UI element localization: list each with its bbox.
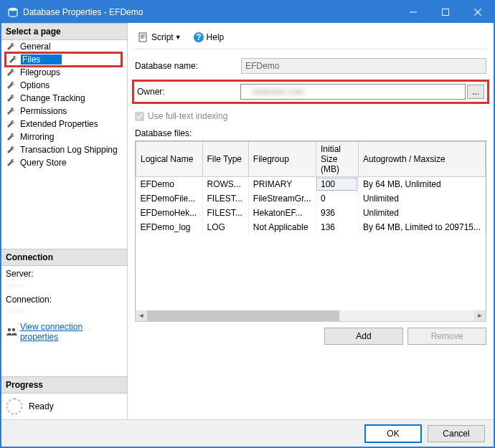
fulltext-label: Use full-text indexing: [148, 111, 227, 121]
wrench-icon: [6, 132, 16, 142]
wrench-icon: [6, 67, 16, 77]
spinner-icon: [6, 398, 23, 415]
svg-point-6: [12, 328, 15, 331]
grid-row[interactable]: EFDemoHek...FILEST...HekatonEF...936Unli…: [136, 206, 486, 220]
wrench-icon: [6, 93, 16, 103]
owner-label: Owner:: [137, 87, 240, 97]
files-highlight: Files: [4, 52, 123, 67]
connection-header: Connection: [1, 249, 127, 266]
svg-text:?: ?: [196, 32, 201, 42]
app-icon: [7, 6, 19, 18]
titlebar: Database Properties - EFDemo: [1, 1, 494, 23]
fulltext-checkbox: [135, 112, 144, 121]
toolbar: Script ▼ ? Help: [135, 27, 486, 49]
grid-h-scrollbar[interactable]: ◄ ►: [135, 310, 486, 322]
wrench-icon: [6, 80, 16, 90]
dbname-row: Database name: EFDemo: [135, 58, 486, 74]
help-button[interactable]: ? Help: [190, 30, 227, 44]
connection-label: Connection:: [6, 295, 123, 305]
sidebar: Select a page General Files Filegroups O…: [1, 23, 128, 419]
dialog-footer: OK Cancel: [1, 419, 494, 447]
script-icon: [138, 32, 149, 43]
progress-status: Ready: [29, 401, 54, 411]
pages-list: General Files Filegroups Options Change …: [1, 40, 127, 169]
ok-button[interactable]: OK: [364, 424, 422, 443]
server-value: ········: [6, 280, 123, 290]
scroll-right-icon[interactable]: ►: [474, 310, 486, 321]
progress-header: Progress: [1, 376, 127, 394]
minimize-button[interactable]: [397, 1, 429, 23]
connection-panel: Server: ········ Connection: ········ Vi…: [1, 266, 127, 345]
dbname-field: EFDemo: [241, 58, 486, 74]
owner-highlight: Owner: redacted user ...: [132, 80, 489, 104]
help-icon: ?: [193, 32, 204, 43]
svg-rect-7: [139, 33, 146, 42]
wrench-icon: [6, 42, 16, 52]
people-icon: [6, 326, 17, 338]
files-label: Database files:: [135, 128, 486, 138]
files-grid[interactable]: Logical Name File Type Filegroup Initial…: [135, 140, 486, 311]
wrench-icon: [8, 54, 18, 65]
script-button[interactable]: Script ▼: [135, 30, 184, 44]
owner-browse-button[interactable]: ...: [467, 85, 484, 99]
dbname-label: Database name:: [135, 61, 241, 71]
close-button[interactable]: [461, 1, 494, 23]
page-options[interactable]: Options: [1, 79, 127, 92]
maximize-button[interactable]: [429, 1, 461, 23]
dropdown-icon: ▼: [175, 34, 182, 41]
page-filegroups[interactable]: Filegroups: [1, 66, 127, 79]
page-files[interactable]: Files: [6, 54, 121, 65]
svg-point-5: [8, 328, 11, 331]
scroll-thumb[interactable]: [147, 310, 339, 321]
owner-field[interactable]: [240, 84, 466, 100]
page-extended-properties[interactable]: Extended Properties: [1, 118, 127, 130]
view-connection-link[interactable]: View connection properties: [20, 322, 123, 342]
wrench-icon: [6, 106, 16, 116]
page-transaction-log-shipping[interactable]: Transaction Log Shipping: [1, 143, 127, 156]
wrench-icon: [6, 158, 16, 168]
page-mirroring[interactable]: Mirroring: [1, 130, 127, 143]
remove-button: Remove: [407, 328, 486, 345]
progress-panel: Ready: [1, 394, 127, 419]
grid-row[interactable]: EFDemo_logLOGNot Applicable136By 64 MB, …: [136, 220, 486, 234]
svg-point-0: [9, 8, 17, 11]
add-button[interactable]: Add: [324, 328, 403, 345]
page-permissions[interactable]: Permissions: [1, 105, 127, 118]
wrench-icon: [6, 119, 16, 129]
connection-value: ········: [6, 306, 123, 316]
select-page-header: Select a page: [1, 23, 127, 40]
fulltext-row: Use full-text indexing: [135, 111, 486, 121]
page-query-store[interactable]: Query Store: [1, 156, 127, 169]
grid-header-row: Logical Name File Type Filegroup Initial…: [136, 142, 486, 177]
cancel-button[interactable]: Cancel: [428, 425, 485, 442]
svg-rect-2: [442, 9, 448, 16]
grid-row[interactable]: EFDemo ROWS... PRIMARY 100 By 64 MB, Unl…: [136, 177, 486, 192]
scroll-left-icon[interactable]: ◄: [136, 310, 147, 321]
server-label: Server:: [6, 269, 123, 279]
main-panel: Script ▼ ? Help Database name: EFDemo Ow…: [128, 23, 494, 419]
wrench-icon: [6, 145, 16, 155]
window-title: Database Properties - EFDemo: [23, 7, 397, 17]
grid-row[interactable]: EFDemoFile...FILEST...FileStreamGr...0Un…: [136, 191, 486, 206]
owner-row: Owner: redacted user ...: [137, 84, 484, 100]
page-change-tracking[interactable]: Change Tracking: [1, 92, 127, 105]
